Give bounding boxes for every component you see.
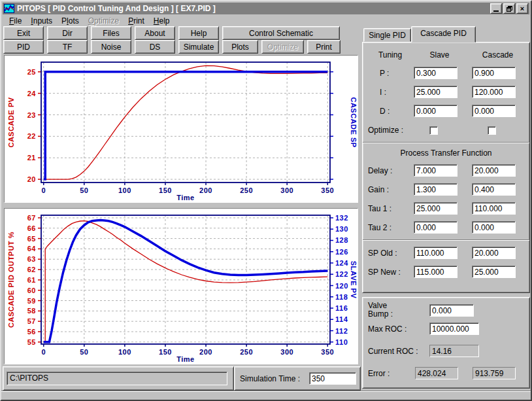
slave-header: Slave <box>418 50 461 60</box>
current-roc-label: Current ROC : <box>363 347 429 356</box>
svg-text:61: 61 <box>27 276 36 284</box>
divider <box>363 239 529 241</box>
exit-button[interactable]: Exit <box>3 26 44 40</box>
svg-text:24: 24 <box>27 90 37 97</box>
title-bar: PITOPS [ PID Control Tuning And Design ]… <box>3 3 529 14</box>
gain-cascade-input[interactable] <box>472 183 516 196</box>
p-label: P : <box>363 69 414 78</box>
delay-slave-input[interactable] <box>414 164 457 177</box>
sp-old-cascade-input[interactable] <box>472 247 516 259</box>
optimize-cascade-checkbox[interactable] <box>488 126 496 135</box>
svg-text:CASCADE PV: CASCADE PV <box>7 97 15 147</box>
noise-button[interactable]: Noise <box>91 40 131 54</box>
error-row: Error : 428.024 913.759 <box>363 367 529 379</box>
sp-new-slave-input[interactable] <box>414 266 457 278</box>
i-label: I : <box>363 88 414 97</box>
sp-old-slave-input[interactable] <box>414 247 457 259</box>
p-cascade-input[interactable] <box>472 67 516 79</box>
right-panel: Single PID Cascade PID Tuning Slave Casc… <box>361 26 531 390</box>
d-cascade-input[interactable] <box>472 105 516 117</box>
tau1-cascade-input[interactable] <box>472 202 516 215</box>
close-icon: × <box>520 5 524 12</box>
gain-row: Gain : <box>363 180 529 199</box>
menu-bar: File Inputs Plots Optimize Print Help <box>3 14 529 27</box>
svg-text:100: 100 <box>118 186 131 194</box>
window-title: PITOPS [ PID Control Tuning And Design ]… <box>17 4 490 13</box>
control-schematic-button[interactable]: Control Schematic <box>222 26 340 40</box>
close-button[interactable]: × <box>516 3 528 14</box>
ds-button[interactable]: DS <box>135 40 175 54</box>
d-label: D : <box>363 107 414 116</box>
i-slave-input[interactable] <box>414 86 457 98</box>
sp-new-cascade-input[interactable] <box>472 266 516 278</box>
tab-single-pid[interactable]: Single PID <box>363 28 411 42</box>
svg-text:114: 114 <box>335 315 348 323</box>
app-icon[interactable] <box>4 4 14 13</box>
d-slave-input[interactable] <box>414 105 457 117</box>
cascade-pv-chart-panel: 050100150200250300350202122232425CASCADE… <box>4 55 358 203</box>
pid-button[interactable]: PID <box>3 40 44 54</box>
tau2-slave-input[interactable] <box>414 221 457 234</box>
svg-text:59: 59 <box>27 297 36 305</box>
app-window: PITOPS [ PID Control Tuning And Design ]… <box>0 0 532 401</box>
d-row: D : <box>363 101 529 120</box>
gain-label: Gain : <box>363 185 414 194</box>
simulation-time-input[interactable] <box>309 372 356 385</box>
minimize-icon <box>493 10 499 12</box>
i-cascade-input[interactable] <box>472 86 516 98</box>
dir-button[interactable]: Dir <box>47 26 88 40</box>
gain-slave-input[interactable] <box>414 183 457 196</box>
svg-text:22: 22 <box>27 132 36 140</box>
svg-text:62: 62 <box>27 266 36 273</box>
restore-icon <box>507 6 512 12</box>
valve-bump-input[interactable] <box>429 304 474 317</box>
current-roc-row: Current ROC : 14.16 <box>363 345 529 357</box>
tuning-header: Tuning <box>363 50 418 60</box>
restore-button[interactable] <box>503 3 515 14</box>
working-directory: C:\PITOPS <box>7 372 227 385</box>
svg-text:300: 300 <box>280 186 293 194</box>
svg-text:122: 122 <box>335 270 348 278</box>
svg-text:65: 65 <box>27 235 36 243</box>
svg-text:67: 67 <box>27 214 36 222</box>
svg-text:66: 66 <box>27 224 36 232</box>
tuning-header-row: Tuning Slave Cascade <box>363 46 529 63</box>
tau2-cascade-input[interactable] <box>472 221 516 234</box>
menu-plots[interactable]: Plots <box>58 15 83 27</box>
p-slave-input[interactable] <box>414 67 457 79</box>
plots-button[interactable]: Plots <box>222 40 258 54</box>
svg-text:23: 23 <box>27 111 36 119</box>
menu-print[interactable]: Print <box>124 15 148 27</box>
svg-text:63: 63 <box>27 255 36 263</box>
svg-text:350: 350 <box>321 348 334 356</box>
tf-button[interactable]: TF <box>47 40 88 54</box>
print-button[interactable]: Print <box>307 40 341 54</box>
svg-text:SLAVE PV: SLAVE PV <box>350 261 357 299</box>
minimize-button[interactable] <box>490 3 502 14</box>
menu-inputs[interactable]: Inputs <box>27 15 56 27</box>
tau1-slave-input[interactable] <box>414 202 457 215</box>
help-button[interactable]: Help <box>178 26 219 40</box>
delay-row: Delay : <box>363 161 529 180</box>
max-roc-input[interactable] <box>429 323 479 335</box>
svg-text:60: 60 <box>27 287 36 294</box>
optimize-button: Optimize <box>261 40 304 54</box>
svg-text:55: 55 <box>27 338 36 346</box>
current-roc-value: 14.16 <box>429 345 479 357</box>
svg-text:126: 126 <box>335 248 348 256</box>
menu-help[interactable]: Help <box>150 15 174 27</box>
menu-file[interactable]: File <box>5 15 25 27</box>
simulate-button[interactable]: Simulate <box>178 40 219 54</box>
tau1-row: Tau 1 : <box>363 199 529 218</box>
files-button[interactable]: Files <box>91 26 131 40</box>
about-button[interactable]: About <box>135 26 175 40</box>
optimize-slave-checkbox[interactable] <box>429 126 438 135</box>
path-panel: C:\PITOPS <box>3 366 234 391</box>
svg-text:57: 57 <box>27 317 36 325</box>
delay-cascade-input[interactable] <box>472 164 516 177</box>
svg-text:CASCADE SP: CASCADE SP <box>350 97 357 147</box>
svg-text:56: 56 <box>27 328 36 336</box>
svg-text:50: 50 <box>80 348 88 356</box>
tab-cascade-pid[interactable]: Cascade PID <box>411 26 476 43</box>
error-cascade-value: 913.759 <box>473 367 516 379</box>
